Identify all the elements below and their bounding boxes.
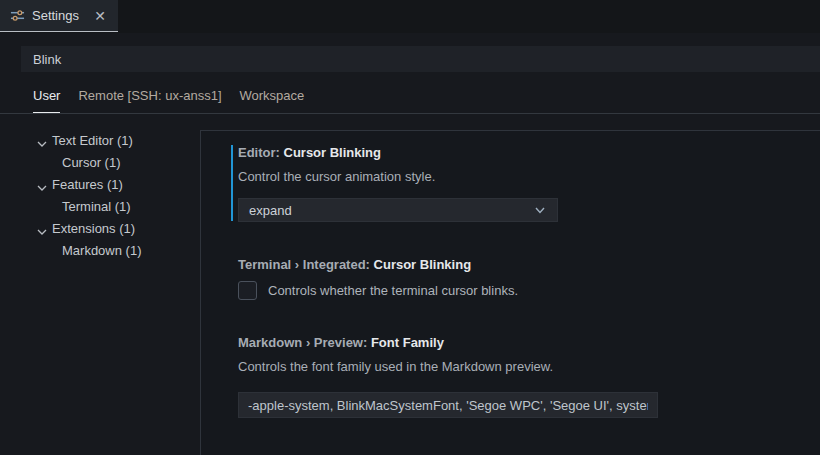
tab-workspace[interactable]: Workspace [240,88,305,113]
setting-title: Markdown › Preview: Font Family [238,334,820,352]
tree-item-cursor[interactable]: Cursor (1) [0,152,200,174]
tree-item-label: Markdown (1) [62,240,141,262]
editor-tab-bar: Settings ✕ [0,0,820,33]
tree-item-label: Cursor (1) [62,152,121,174]
chevron-down-icon[interactable] [36,135,48,147]
tree-item-label: Extensions (1) [52,218,135,240]
settings-tab[interactable]: Settings ✕ [0,0,118,32]
tree-item-terminal[interactable]: Terminal (1) [0,196,200,218]
markdown-font-family-input[interactable] [238,392,658,418]
setting-description: Controls the font family used in the Mar… [238,358,820,376]
settings-sliders-icon [10,8,25,23]
scope-tab-bar: User Remote [SSH: ux-anss1] Workspace [0,82,820,114]
setting-category: Terminal › Integrated: [238,257,374,272]
setting-category: Editor: [238,145,284,160]
tab-title: Settings [32,8,92,23]
setting-name: Cursor Blinking [374,257,472,272]
settings-toc-tree: Text Editor (1) Cursor (1) Features (1) … [0,114,200,455]
checkbox-row: Controls whether the terminal cursor bli… [238,280,820,300]
setting-description: Control the cursor animation style. [238,168,820,186]
setting-title: Terminal › Integrated: Cursor Blinking [238,256,820,274]
terminal-cursor-blinking-checkbox[interactable] [238,281,257,300]
tree-item-features[interactable]: Features (1) [0,174,200,196]
tree-item-markdown[interactable]: Markdown (1) [0,240,200,262]
checkbox-label: Controls whether the terminal cursor bli… [268,283,518,298]
tab-user[interactable]: User [33,88,60,113]
tab-remote-ssh[interactable]: Remote [SSH: ux-anss1] [78,88,221,113]
setting-title: Editor: Cursor Blinking [238,144,820,162]
setting-category: Markdown › Preview: [238,335,371,350]
chevron-down-icon[interactable] [36,223,48,235]
settings-editor: User Remote [SSH: ux-anss1] Workspace Te… [0,33,820,455]
chevron-down-icon[interactable] [36,179,48,191]
tree-item-label: Terminal (1) [62,196,131,218]
setting-editor-cursor-blinking: Editor: Cursor Blinking Control the curs… [201,144,820,222]
settings-list: Editor: Cursor Blinking Control the curs… [200,130,820,455]
select-value: expand [249,203,533,218]
chevron-down-icon [533,203,547,217]
tree-item-label: Text Editor (1) [52,130,133,152]
setting-name: Cursor Blinking [284,145,382,160]
tree-item-label: Features (1) [52,174,123,196]
setting-name: Font Family [371,335,444,350]
setting-markdown-preview-font-family: Markdown › Preview: Font Family Controls… [201,334,820,418]
settings-search-input[interactable] [21,46,820,72]
cursor-blinking-select[interactable]: expand [238,198,558,222]
setting-terminal-cursor-blinking: Terminal › Integrated: Cursor Blinking C… [201,256,820,300]
tree-item-text-editor[interactable]: Text Editor (1) [0,130,200,152]
tree-item-extensions[interactable]: Extensions (1) [0,218,200,240]
close-icon[interactable]: ✕ [92,9,108,23]
